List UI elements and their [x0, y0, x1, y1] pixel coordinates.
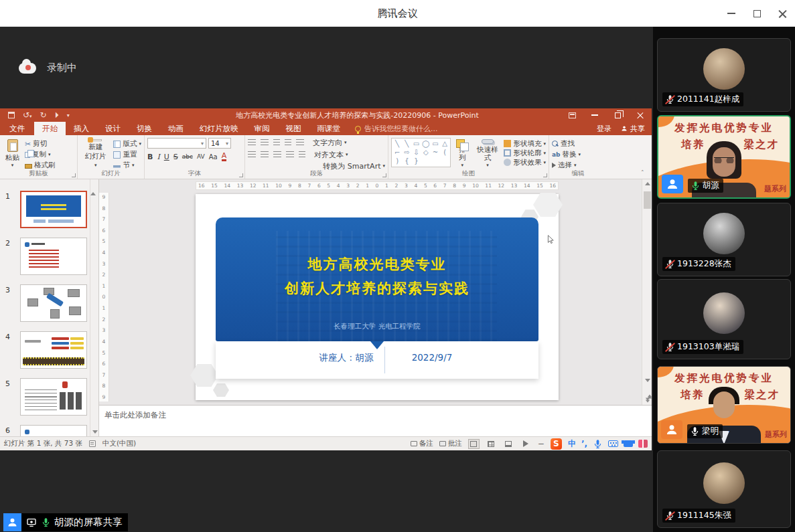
start-slideshow-icon[interactable]: ⏵	[55, 110, 59, 120]
shape-glyph-1[interactable]: ╲	[405, 141, 409, 147]
shape-glyph-5[interactable]: △	[442, 141, 447, 147]
sign-in-button[interactable]: 登录	[597, 124, 611, 134]
ime-language-icon[interactable]: 中	[568, 438, 576, 450]
quick-styles-button[interactable]: 快速样式▾	[474, 138, 501, 169]
save-icon[interactable]	[8, 112, 15, 118]
ppt-restore-button[interactable]	[606, 108, 629, 122]
justify-icon[interactable]	[286, 151, 294, 158]
tab-file[interactable]: 文件	[0, 122, 34, 135]
shape-glyph-10[interactable]: ~	[433, 149, 438, 156]
shape-glyph-3[interactable]: ◯	[422, 141, 429, 147]
shape-glyph-8[interactable]: ⇩	[413, 149, 419, 156]
ppt-tab-4[interactable]: 动画	[160, 122, 192, 135]
columns-icon[interactable]	[299, 151, 305, 158]
ppt-close-button[interactable]	[629, 108, 652, 122]
dialog-launcher-icon[interactable]	[72, 173, 76, 177]
minimize-button[interactable]	[719, 0, 744, 27]
normal-view-button[interactable]	[468, 439, 480, 449]
bullets-icon[interactable]	[248, 139, 256, 146]
ppt-tab-1[interactable]: 插入	[66, 122, 97, 135]
slide-editor[interactable]: 地方高校光电类专业 创新人才培养的探索与实践 长春理工大学 光电工程学院 讲座人…	[196, 194, 559, 400]
copy-button[interactable]: 复制 ▾	[25, 150, 56, 159]
ppt-tab-5[interactable]: 幻灯片放映	[192, 122, 246, 135]
ribbon-display-options-button[interactable]	[561, 108, 583, 122]
participant-tile-6[interactable]: 1911145朱强	[657, 450, 791, 528]
line-spacing-icon[interactable]	[296, 139, 304, 146]
tell-me-box[interactable]: 告诉我您想要做什么...	[355, 122, 438, 135]
close-button[interactable]	[770, 0, 795, 27]
scroll-up-icon[interactable]	[645, 182, 650, 185]
new-slide-button[interactable]: 新建 幻灯片 ▾	[80, 138, 111, 169]
slide-title-panel[interactable]: 地方高校光电类专业 创新人才培养的探索与实践 长春理工大学 光电工程学院	[216, 217, 538, 341]
shape-glyph-9[interactable]: ◇	[423, 149, 429, 156]
comments-toggle-button[interactable]: 批注	[439, 439, 462, 448]
ppt-tab-3[interactable]: 切换	[129, 122, 160, 135]
soft-keyboard-icon[interactable]	[608, 440, 618, 447]
thumbnail-scrollbar[interactable]	[90, 179, 98, 436]
dialog-launcher-icon[interactable]	[382, 173, 386, 177]
slide-thumbnail-6[interactable]: 6	[4, 425, 94, 436]
shape-glyph-0[interactable]: ╲	[395, 141, 399, 147]
clear-formatting-button[interactable]: abc	[182, 153, 193, 160]
dialog-launcher-icon[interactable]	[543, 173, 547, 177]
voice-input-icon[interactable]	[593, 439, 603, 449]
slide-thumbnail-4[interactable]: 4	[4, 331, 94, 371]
numbering-icon[interactable]	[261, 139, 269, 146]
scroll-up-icon[interactable]	[90, 179, 96, 195]
align-center-icon[interactable]	[261, 151, 269, 158]
collapse-ribbon-icon[interactable]: ˄	[641, 169, 648, 176]
shape-outline-button[interactable]: 形状轮廓▾	[504, 149, 546, 157]
reading-view-button[interactable]	[503, 439, 514, 449]
participant-tile-1[interactable]: 2011141赵梓成	[657, 38, 791, 112]
shape-glyph-4[interactable]: ▭	[432, 141, 438, 147]
maximize-button[interactable]	[744, 0, 770, 27]
slide-thumbnail-2[interactable]: 2	[4, 238, 94, 278]
increase-indent-icon[interactable]	[285, 139, 291, 146]
reset-button[interactable]: 重置	[113, 150, 141, 159]
notes-pane[interactable]: 单击此处添加备注	[99, 405, 652, 436]
format-painter-button[interactable]: 格式刷	[25, 161, 56, 170]
shape-fill-button[interactable]: 形状填充▾	[504, 139, 546, 148]
ime-punctuation-icon[interactable]: ’,	[581, 439, 587, 448]
strikethrough-button[interactable]: S	[173, 153, 178, 161]
scrollbar-thumb[interactable]	[644, 191, 651, 209]
layout-button[interactable]: 版式▾	[113, 139, 141, 149]
participant-tile-3[interactable]: 1913228张杰	[657, 203, 791, 276]
arrange-button[interactable]: 排列▾	[453, 138, 471, 169]
ppt-tab-7[interactable]: 视图	[278, 122, 309, 135]
scroll-down-icon[interactable]	[92, 430, 98, 434]
shape-glyph-7[interactable]: ⇨	[404, 149, 409, 156]
dialog-launcher-icon[interactable]	[239, 173, 243, 177]
align-right-icon[interactable]	[273, 151, 281, 158]
underline-button[interactable]: U	[164, 153, 169, 161]
slide-thumbnail-5[interactable]: 5	[4, 378, 94, 418]
slide-footer-strip[interactable]: 讲座人：胡源 2022/9/7	[216, 341, 538, 379]
find-button[interactable]: 查找	[552, 139, 581, 149]
ime-toolbox-icon[interactable]	[638, 440, 648, 448]
spellcheck-icon[interactable]	[89, 440, 96, 447]
shape-glyph-11[interactable]: (	[443, 149, 446, 156]
text-direction-button[interactable]: 文字方向▾	[313, 138, 347, 147]
slide-thumbnail-3[interactable]: 3	[4, 284, 94, 325]
zoom-out-button[interactable]: −	[538, 439, 545, 448]
slide-thumbnail-1[interactable]: 1	[4, 191, 94, 231]
undo-icon[interactable]: ↺▾	[23, 110, 32, 120]
shape-glyph-2[interactable]: ▭	[413, 141, 419, 147]
ppt-minimize-button[interactable]	[583, 108, 606, 122]
slideshow-view-button[interactable]	[520, 439, 532, 449]
font-color-button[interactable]: A	[222, 153, 227, 161]
paste-button[interactable]: 粘贴▾	[3, 138, 22, 169]
shape-glyph-14[interactable]: }	[414, 158, 418, 165]
change-case-button[interactable]: Aa	[209, 153, 218, 161]
slide-sorter-view-button[interactable]	[486, 439, 497, 449]
font-name-combobox[interactable]: ▾	[147, 138, 206, 149]
select-button[interactable]: 选择▾	[552, 161, 581, 170]
shape-glyph-12[interactable]: )	[396, 158, 399, 165]
notes-toggle-button[interactable]: 备注	[411, 439, 433, 448]
participant-tile-4[interactable]: 1913103单淞瑞	[657, 279, 791, 359]
font-size-combobox[interactable]: 14▾	[208, 138, 231, 149]
redo-icon[interactable]: ↻	[40, 110, 47, 120]
section-button[interactable]: 节▾	[113, 161, 141, 170]
bold-button[interactable]: B	[147, 153, 153, 161]
share-button[interactable]: 共享	[621, 124, 645, 134]
